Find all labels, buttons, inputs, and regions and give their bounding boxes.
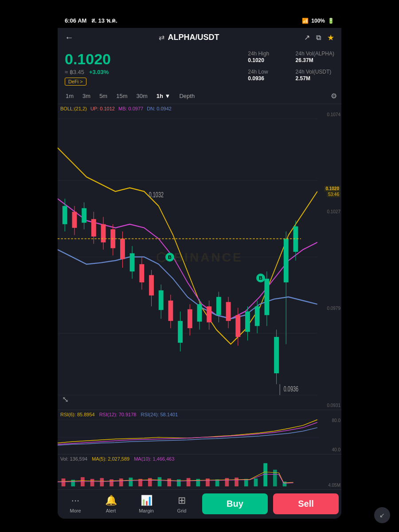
svg-rect-40 bbox=[226, 302, 231, 321]
nav-alert[interactable]: 🔔 Alert bbox=[93, 495, 129, 513]
timeframe-30m[interactable]: 30m bbox=[133, 91, 151, 101]
timeframe-3m[interactable]: 3m bbox=[79, 91, 94, 101]
rsi-labels: RSI(6): 85.8954 RSI(12): 70.9178 RSI(24)… bbox=[60, 412, 178, 417]
price-level-4: 0.0931 bbox=[319, 403, 340, 408]
boll-labels: BOLL:(21,2) UP: 0.1012 MB: 0.0977 DN: 0.… bbox=[60, 106, 172, 111]
svg-rect-48 bbox=[264, 279, 269, 315]
svg-rect-71 bbox=[158, 477, 162, 486]
rsi12-label: RSI(12): 70.9178 bbox=[99, 412, 137, 417]
svg-rect-24 bbox=[149, 275, 154, 296]
rsi-scale: 80.0 40.0 bbox=[325, 410, 340, 454]
price-section: 0.1020 ≈ ฿3.45 +3.03% DeFi > 24h High 0.… bbox=[58, 47, 341, 88]
nav-grid[interactable]: ⊞ Grid bbox=[164, 495, 200, 513]
baht-approx: ≈ ฿3.45 bbox=[65, 69, 84, 75]
svg-rect-28 bbox=[168, 301, 173, 321]
sell-button[interactable]: Sell bbox=[273, 493, 339, 514]
vol-scale-label: 4.05M bbox=[328, 483, 340, 488]
vol-usdt: 24h Vol(USDT) 2.57M bbox=[296, 69, 334, 86]
low-label: 24h Low 0.0936 bbox=[248, 69, 286, 86]
svg-rect-22 bbox=[139, 264, 144, 282]
current-price-label: 0.1020 bbox=[324, 186, 340, 192]
price-sub: ≈ ฿3.45 +3.03% bbox=[65, 69, 248, 75]
svg-rect-74 bbox=[187, 478, 191, 486]
svg-rect-52 bbox=[284, 239, 289, 282]
battery-icon: 🔋 bbox=[328, 18, 334, 24]
rsi-level-40: 40.0 bbox=[325, 447, 340, 452]
back-button[interactable]: ← bbox=[65, 32, 74, 43]
phone-frame: 6:06 AM ส. 13 พ.ค. 📶 100% 🔋 ← ⇄ ALPHA/US… bbox=[58, 13, 341, 519]
vol-ma5: MA(5): 2,027,589 bbox=[92, 456, 129, 462]
svg-rect-18 bbox=[120, 239, 125, 259]
svg-rect-8 bbox=[72, 212, 77, 228]
header-icons: ↗ ⧉ ★ bbox=[304, 33, 334, 43]
svg-rect-36 bbox=[207, 306, 211, 322]
price-scale: 0.1074 0.1027 0.0979 0.0931 bbox=[319, 104, 340, 410]
margin-label: Margin bbox=[139, 508, 154, 513]
svg-text:0.0936: 0.0936 bbox=[284, 385, 298, 393]
wifi-icon: 📶 bbox=[302, 18, 309, 24]
svg-rect-26 bbox=[159, 290, 164, 310]
svg-rect-30 bbox=[178, 321, 183, 343]
svg-rect-46 bbox=[255, 306, 260, 326]
svg-rect-67 bbox=[119, 478, 123, 486]
swap-icon: ⇄ bbox=[159, 33, 164, 42]
battery-text: 100% bbox=[311, 18, 325, 24]
external-link-icon[interactable]: ↗ bbox=[304, 33, 310, 42]
bottom-nav: ··· More 🔔 Alert 📊 Margin ⊞ Grid Buy Sel… bbox=[58, 489, 341, 519]
current-time-label: 53:46 bbox=[327, 192, 340, 197]
svg-rect-61 bbox=[62, 478, 66, 486]
nav-more[interactable]: ··· More bbox=[58, 495, 93, 513]
vol-ma10: MA(10): 1,466,463 bbox=[134, 456, 174, 462]
boll-up: UP: 0.1012 bbox=[90, 106, 115, 111]
timeframe-1h[interactable]: 1h ▼ bbox=[153, 91, 174, 101]
fullscreen-button[interactable]: ⤡ bbox=[62, 395, 69, 404]
rsi24-label: RSI(24): 58.1401 bbox=[141, 412, 178, 417]
candlestick-chart[interactable]: 0.1032 0.0936 bbox=[58, 104, 341, 410]
high-label: 24h High 0.1020 bbox=[248, 51, 286, 68]
depth-button[interactable]: Depth bbox=[176, 91, 198, 101]
time-selector: 1m 3m 5m 15m 30m 1h ▼ Depth ⚙ bbox=[58, 88, 341, 104]
nav-margin[interactable]: 📊 Margin bbox=[129, 495, 164, 513]
copy-icon[interactable]: ⧉ bbox=[316, 34, 321, 42]
status-time: 6:06 AM ส. 13 พ.ค. bbox=[65, 16, 117, 25]
favorite-icon[interactable]: ★ bbox=[327, 33, 334, 43]
svg-rect-66 bbox=[110, 479, 113, 486]
rsi-section: RSI(6): 85.8954 RSI(12): 70.9178 RSI(24)… bbox=[58, 410, 341, 454]
status-right: 📶 100% 🔋 bbox=[302, 18, 334, 24]
svg-rect-82 bbox=[263, 463, 267, 486]
price-right: 24h High 0.1020 24h Vol(ALPHA) 26.37M 24… bbox=[248, 51, 334, 86]
vol-label: Vol: 136,594 bbox=[60, 456, 87, 462]
timeframe-5m[interactable]: 5m bbox=[96, 91, 111, 101]
svg-rect-72 bbox=[167, 478, 171, 486]
volume-labels: Vol: 136,594 MA(5): 2,027,589 MA(10): 1,… bbox=[60, 456, 174, 462]
svg-rect-70 bbox=[148, 478, 152, 486]
svg-rect-38 bbox=[216, 297, 221, 315]
svg-rect-20 bbox=[130, 253, 135, 271]
timeframe-15m[interactable]: 15m bbox=[113, 91, 131, 101]
alert-label: Alert bbox=[106, 508, 116, 513]
boll-mb: MB: 0.0977 bbox=[118, 106, 143, 111]
rsi6-label: RSI(6): 85.8954 bbox=[60, 412, 95, 417]
svg-rect-42 bbox=[235, 315, 240, 337]
defi-badge[interactable]: DeFi > bbox=[65, 78, 86, 86]
filter-button[interactable]: ⚙ bbox=[331, 92, 337, 100]
current-price: 0.1020 bbox=[65, 51, 248, 68]
svg-rect-6 bbox=[63, 206, 67, 224]
buy-signal-1: B bbox=[165, 253, 174, 262]
svg-rect-64 bbox=[90, 479, 94, 486]
fullscreen-corner-button[interactable]: ↙ bbox=[374, 507, 390, 523]
svg-rect-32 bbox=[188, 309, 192, 329]
svg-rect-14 bbox=[101, 224, 106, 243]
buy-button[interactable]: Buy bbox=[202, 493, 268, 514]
svg-rect-44 bbox=[245, 312, 250, 332]
price-level-1: 0.1074 bbox=[319, 112, 340, 117]
svg-rect-76 bbox=[206, 478, 210, 486]
header: ← ⇄ ALPHA/USDT ↗ ⧉ ★ bbox=[58, 28, 341, 47]
chart-container[interactable]: BOLL:(21,2) UP: 0.1012 MB: 0.0977 DN: 0.… bbox=[58, 104, 341, 410]
rsi-level-80: 80.0 bbox=[325, 418, 340, 423]
svg-rect-12 bbox=[91, 219, 96, 236]
timeframe-1m[interactable]: 1m bbox=[62, 91, 77, 101]
alert-icon: 🔔 bbox=[105, 495, 117, 506]
svg-rect-81 bbox=[254, 478, 258, 486]
svg-rect-78 bbox=[225, 478, 229, 486]
